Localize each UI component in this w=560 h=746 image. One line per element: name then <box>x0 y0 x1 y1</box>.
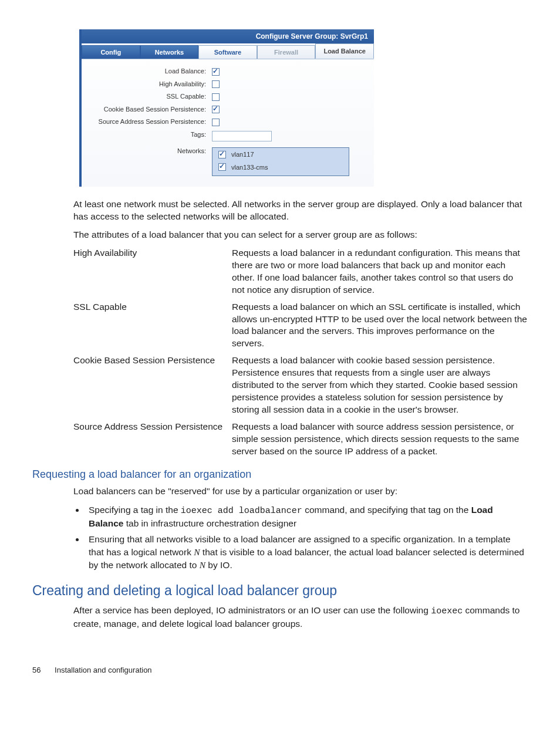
label-tags: Tags: <box>89 131 212 138</box>
tab-software[interactable]: Software <box>198 45 257 59</box>
label-networks: Networks: <box>89 147 212 154</box>
def-term: Source Address Session Persistence <box>73 421 232 458</box>
tab-config[interactable]: Config <box>82 45 140 59</box>
code: ioexec <box>431 606 463 616</box>
network-item-vlan133-cms[interactable]: vlan133-cms <box>214 162 348 175</box>
checkbox-cookie-persistence[interactable] <box>212 106 220 113</box>
label-source-persistence: Source Address Session Persistence: <box>89 118 212 125</box>
label-high-availability: High Availability: <box>89 80 212 87</box>
checkbox-ssl-capable[interactable] <box>212 93 220 101</box>
tags-input[interactable] <box>212 131 272 141</box>
paragraph: The attributes of a load balancer that y… <box>73 229 528 241</box>
definition-list: High Availability Requests a load balanc… <box>73 247 528 458</box>
def-desc: Requests a load balancer on which an SSL… <box>232 301 528 350</box>
variable: N <box>200 560 205 570</box>
section-title: Installation and configuration <box>55 666 152 674</box>
heading-creating-deleting: Creating and deleting a logical load bal… <box>32 583 528 599</box>
list-item: Ensuring that all networks visible to a … <box>85 533 528 571</box>
network-label: vlan117 <box>231 151 254 158</box>
def-term: High Availability <box>73 247 232 296</box>
network-label: vlan133-cms <box>231 164 268 171</box>
tabs: Config Networks Software Firewall Load B… <box>82 43 374 59</box>
paragraph: At least one network must be selected. A… <box>73 198 528 223</box>
def-term: SSL Capable <box>73 301 232 350</box>
def-desc: Requests a load balancer in a redundant … <box>232 247 528 296</box>
tab-body: Load Balance: High Availability: SSL Cap… <box>82 59 374 187</box>
checkbox-source-persistence[interactable] <box>212 119 220 126</box>
dialog-title: Configure Server Group: SvrGrp1 <box>82 29 374 43</box>
list-item: Specifying a tag in the ioexec add loadb… <box>85 504 528 530</box>
def-term: Cookie Based Session Persistence <box>73 355 232 416</box>
paragraph: Load balancers can be "reserved" for use… <box>73 485 528 498</box>
label-load-balance: Load Balance: <box>89 67 212 75</box>
checkbox-vlan117[interactable] <box>218 151 226 158</box>
code: ioexec add loadbalancer <box>181 506 302 516</box>
tab-firewall: Firewall <box>257 45 316 59</box>
variable: N <box>194 547 200 557</box>
page-number: 56 <box>32 666 41 674</box>
tab-networks[interactable]: Networks <box>140 45 199 59</box>
checkbox-vlan133-cms[interactable] <box>218 163 226 171</box>
tab-load-balance[interactable]: Load Balance <box>315 43 374 59</box>
configure-server-group-dialog: Configure Server Group: SvrGrp1 Config N… <box>79 29 374 187</box>
heading-requesting-lb: Requesting a load balancer for an organi… <box>32 468 528 481</box>
def-desc: Requests a load balancer with cookie bas… <box>232 355 528 416</box>
bullet-list: Specifying a tag in the ioexec add loadb… <box>85 504 528 572</box>
def-desc: Requests a load balancer with source add… <box>232 421 528 458</box>
label-cookie-persistence: Cookie Based Session Persistence: <box>89 106 212 113</box>
paragraph: After a service has been deployed, IO ad… <box>73 605 528 630</box>
networks-list: vlan117 vlan133-cms <box>212 147 349 176</box>
network-item-vlan117[interactable]: vlan117 <box>214 149 348 162</box>
label-ssl-capable: SSL Capable: <box>89 93 212 100</box>
checkbox-load-balance[interactable] <box>212 68 220 76</box>
checkbox-high-availability[interactable] <box>212 80 220 88</box>
page-footer: 56 Installation and configuration <box>32 666 528 674</box>
